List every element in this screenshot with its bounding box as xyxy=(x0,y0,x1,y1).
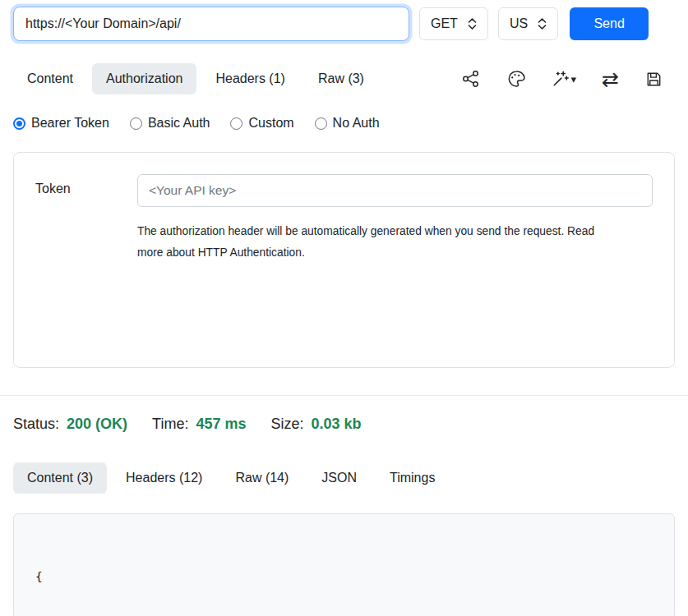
tab-response-content[interactable]: Content (3) xyxy=(13,462,107,494)
radio-icon xyxy=(13,117,25,130)
updown-caret-icon xyxy=(538,17,547,30)
code-line: { xyxy=(35,567,653,587)
request-tabs: Content Authorization Headers (1) Raw (3… xyxy=(13,63,378,94)
tab-authorization[interactable]: Authorization xyxy=(92,63,196,94)
api-tester-page: GET US Send Content Authorization Header… xyxy=(0,0,688,616)
palette-icon[interactable] xyxy=(506,69,526,89)
radio-label: No Auth xyxy=(333,116,380,131)
section-divider xyxy=(0,395,688,396)
chevron-down-icon: ▾ xyxy=(571,74,577,85)
token-label: Token xyxy=(35,174,137,263)
size-label: Size: xyxy=(270,416,303,433)
updown-caret-icon xyxy=(468,17,477,30)
send-button[interactable]: Send xyxy=(570,7,649,40)
request-toolbar: ▾ ⇄ xyxy=(461,69,675,90)
status-value: 200 (OK) xyxy=(67,416,127,433)
method-select[interactable]: GET xyxy=(419,7,488,40)
tab-raw[interactable]: Raw (3) xyxy=(304,63,378,94)
status-group: Status: 200 (OK) xyxy=(13,416,127,433)
radio-icon xyxy=(315,117,327,130)
radio-basic-auth[interactable]: Basic Auth xyxy=(130,116,210,131)
size-value: 0.03 kb xyxy=(312,416,362,433)
radio-bearer-token[interactable]: Bearer Token xyxy=(13,116,109,131)
response-tabs: Content (3) Headers (12) Raw (14) JSON T… xyxy=(13,462,675,494)
tab-response-raw[interactable]: Raw (14) xyxy=(221,462,302,494)
radio-icon xyxy=(230,117,242,130)
region-select[interactable]: US xyxy=(498,7,558,40)
response-body-code[interactable]: { "message": "API running." } xyxy=(13,513,675,616)
radio-label: Bearer Token xyxy=(31,116,109,131)
size-group: Size: 0.03 kb xyxy=(270,416,361,433)
request-tabs-row: Content Authorization Headers (1) Raw (3… xyxy=(13,63,675,94)
method-select-value: GET xyxy=(431,16,458,31)
save-icon[interactable] xyxy=(644,70,663,89)
radio-label: Custom xyxy=(248,116,293,131)
token-panel: Token The authorization header will be a… xyxy=(13,152,675,368)
time-value: 457 ms xyxy=(196,416,246,433)
tab-response-timings[interactable]: Timings xyxy=(376,462,449,494)
time-group: Time: 457 ms xyxy=(152,416,246,433)
share-nodes-icon[interactable] xyxy=(461,69,481,89)
radio-custom[interactable]: Custom xyxy=(230,116,293,131)
tab-content[interactable]: Content xyxy=(13,63,87,94)
tab-response-json[interactable]: JSON xyxy=(307,462,371,494)
time-label: Time: xyxy=(152,416,188,433)
response-status-row: Status: 200 (OK) Time: 457 ms Size: 0.03… xyxy=(13,416,675,433)
token-input[interactable] xyxy=(137,174,653,207)
status-label: Status: xyxy=(13,416,59,433)
swap-arrows-icon[interactable]: ⇄ xyxy=(602,69,619,90)
region-select-value: US xyxy=(510,16,528,31)
auth-type-row: Bearer Token Basic Auth Custom No Auth xyxy=(13,116,675,131)
tab-headers[interactable]: Headers (1) xyxy=(201,63,298,94)
radio-no-auth[interactable]: No Auth xyxy=(315,116,380,131)
tab-response-headers[interactable]: Headers (12) xyxy=(112,462,216,494)
radio-label: Basic Auth xyxy=(148,116,210,131)
token-helper-text: The authorization header will be automat… xyxy=(137,221,621,263)
url-input[interactable] xyxy=(13,7,409,41)
radio-icon xyxy=(130,117,142,130)
request-bar: GET US Send xyxy=(13,7,675,41)
magic-wand-icon[interactable]: ▾ xyxy=(552,70,577,88)
